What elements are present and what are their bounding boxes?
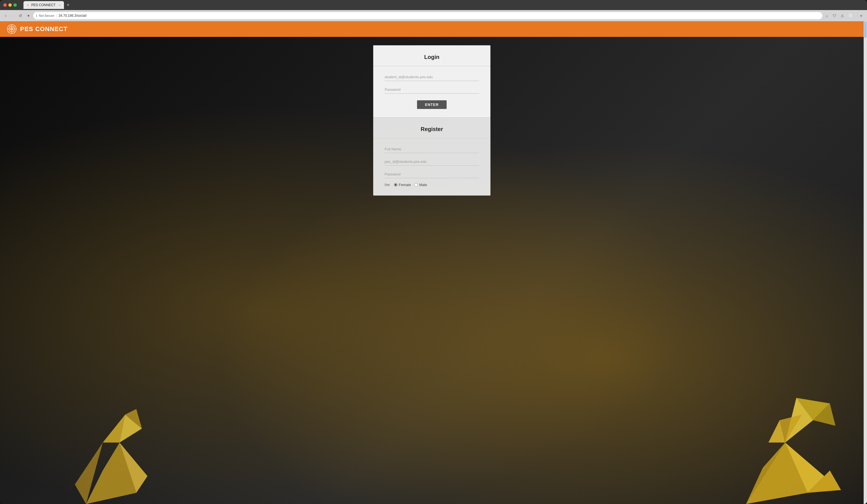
extension-icon[interactable]: ⬜	[847, 13, 854, 19]
brave-alert-icon[interactable]: ⚠	[839, 13, 845, 19]
register-email-field	[385, 158, 479, 166]
minimize-button[interactable]	[8, 3, 12, 7]
gender-male-label: Male	[419, 183, 427, 187]
register-password-input[interactable]	[385, 170, 479, 178]
login-submit-button[interactable]: ENTER	[417, 100, 446, 109]
browser-window: ✦ PES CONNECT × + ‹ › ↺ ⌖ ℹ Not Secure |…	[0, 0, 867, 504]
register-password-field	[385, 170, 479, 178]
site-header: PES CONNECT	[0, 21, 867, 37]
gender-row: I'm: Female Male	[385, 183, 479, 187]
security-icon: ℹ	[36, 14, 37, 18]
login-card: Login ENTER	[373, 45, 491, 118]
login-email-input[interactable]	[385, 73, 479, 81]
login-password-field	[385, 85, 479, 94]
gender-female-radio[interactable]	[394, 183, 397, 186]
scrollbar-thumb[interactable]	[864, 21, 867, 38]
register-email-input[interactable]	[385, 158, 479, 166]
menu-button[interactable]: ≡	[859, 13, 864, 19]
login-email-field	[385, 73, 479, 81]
gender-male-radio[interactable]	[414, 183, 418, 186]
scrollbar[interactable]	[864, 21, 867, 504]
gender-female-label: Female	[399, 183, 411, 187]
url-text[interactable]: 34.70.186.3/social/	[58, 14, 820, 18]
login-password-input[interactable]	[385, 85, 479, 94]
register-fullname-field	[385, 145, 479, 153]
tab-favicon: ✦	[27, 4, 29, 7]
titlebar: ✦ PES CONNECT × +	[0, 0, 867, 10]
not-secure-label: Not Secure	[39, 14, 54, 17]
register-card: Register I'm: Femal	[373, 118, 491, 195]
gender-male-option[interactable]: Male	[414, 183, 427, 187]
gender-female-option[interactable]: Female	[394, 183, 411, 187]
refresh-button[interactable]: ↺	[17, 12, 24, 19]
new-tab-button[interactable]: +	[65, 2, 72, 8]
login-title: Login	[385, 54, 479, 60]
bookmark-icon[interactable]: ⌖	[26, 13, 31, 19]
maximize-button[interactable]	[13, 3, 17, 7]
register-title: Register	[385, 126, 479, 132]
site-title: PES CONNECT	[20, 25, 67, 33]
gender-label: I'm:	[385, 183, 390, 187]
close-button[interactable]	[3, 3, 7, 7]
tab-close-button[interactable]: ×	[59, 4, 61, 7]
separator: |	[56, 14, 57, 18]
active-tab[interactable]: ✦ PES CONNECT ×	[23, 1, 64, 9]
nav-right-icons: ⌕ 🛡 ⚠ ⬜ | ≡	[825, 13, 864, 19]
forward-button[interactable]: ›	[10, 12, 15, 19]
website-content: PES CONNECT Login ENTER	[0, 21, 867, 504]
address-bar[interactable]: ℹ Not Secure | 34.70.186.3/social/	[33, 12, 822, 19]
site-logo	[7, 24, 17, 34]
search-icon[interactable]: ⌕	[825, 13, 829, 19]
register-divider	[373, 138, 490, 138]
navigation-bar: ‹ › ↺ ⌖ ℹ Not Secure | 34.70.186.3/socia…	[0, 10, 867, 21]
tab-bar: ✦ PES CONNECT × +	[23, 1, 864, 9]
main-content: Login ENTER Register	[0, 37, 864, 504]
brave-shield-icon[interactable]: 🛡	[831, 13, 838, 19]
traffic-lights	[3, 3, 17, 7]
back-button[interactable]: ‹	[3, 12, 8, 19]
register-fullname-input[interactable]	[385, 145, 479, 153]
cards-container: Login ENTER Register	[373, 45, 491, 195]
tab-title: PES CONNECT	[31, 3, 56, 7]
